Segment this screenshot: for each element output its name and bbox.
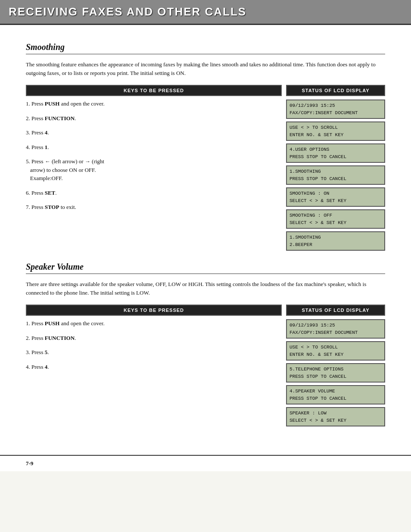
smoothing-lcd-5: SMOOTHING : ON SELECT < > & SET KEY — [286, 187, 385, 207]
smoothing-lcd-4: 1.SMOOTHING PRESS STOP TO CANCEL — [286, 165, 385, 185]
smoothing-lcd-3: 4.USER OPTIONS PRESS STOP TO CANCEL — [286, 143, 385, 163]
speaker-volume-section: Speaker Volume There are three settings … — [26, 262, 385, 429]
speaker-volume-display-header: STATUS OF LCD DISPLAY — [286, 305, 385, 316]
smoothing-lcd-1: 09/12/1993 15:25 FAX/COPY:INSERT DOCUMEN… — [286, 100, 385, 119]
speaker-volume-keys-col: KEYS TO BE PRESSED 1. Press PUSH and ope… — [26, 305, 282, 377]
smoothing-lcd-7: 1.SMOOTHING 2.BEEPER — [286, 231, 385, 251]
page-header: RECEIVING FAXES AND OTHER CALLS — [0, 0, 411, 25]
speaker-step-1: 1. Press PUSH and open the cover. — [26, 319, 282, 328]
page-number: 7-9 — [26, 460, 33, 467]
smoothing-lcd-2: USE < > TO SCROLL ENTER NO. & SET KEY — [286, 121, 385, 141]
smoothing-title: Smoothing — [26, 42, 385, 54]
speaker-lcd-3: 5.TELEPHONE OPTIONS PRESS STOP TO CANCEL — [286, 363, 385, 383]
speaker-lcd-1: 09/12/1993 15:25 FAX/COPY:INSERT DOCUMEN… — [286, 319, 385, 339]
smoothing-display-header: STATUS OF LCD DISPLAY — [286, 85, 385, 96]
smoothing-display-col: STATUS OF LCD DISPLAY 09/12/1993 15:25 F… — [286, 85, 385, 253]
smoothing-step-6: 6. Press SET. — [26, 189, 282, 197]
smoothing-step-1: 1. Press PUSH and open the cover. — [26, 100, 282, 108]
speaker-lcd-2: USE < > TO SCROLL ENTER NO. & SET KEY — [286, 341, 385, 361]
smoothing-step-5: 5. Press ← (left arrow) or → (right arro… — [26, 157, 282, 183]
smoothing-section: Smoothing The smoothing feature enhances… — [26, 42, 385, 253]
smoothing-step-4: 4. Press 1. — [26, 143, 282, 152]
smoothing-lcd-6: SMOOTHING : OFF SELECT < > & SET KEY — [286, 209, 385, 229]
speaker-lcd-4: 4.SPEAKER VOLUME PRESS STOP TO CANCEL — [286, 385, 385, 404]
smoothing-keys-col: KEYS TO BE PRESSED 1. Press PUSH and ope… — [26, 85, 282, 218]
speaker-volume-title: Speaker Volume — [26, 262, 385, 274]
speaker-step-4: 4. Press 4. — [26, 363, 282, 371]
smoothing-instruction-table: KEYS TO BE PRESSED 1. Press PUSH and ope… — [26, 85, 385, 253]
smoothing-keys-header: KEYS TO BE PRESSED — [26, 85, 282, 96]
smoothing-intro: The smoothing feature enhances the appea… — [26, 60, 385, 77]
page-content: Smoothing The smoothing feature enhances… — [0, 25, 411, 455]
speaker-volume-intro: There are three settings available for t… — [26, 280, 385, 297]
smoothing-step-3: 3. Press 4. — [26, 128, 282, 137]
speaker-volume-instruction-table: KEYS TO BE PRESSED 1. Press PUSH and ope… — [26, 305, 385, 429]
page-footer: 7-9 — [0, 455, 411, 471]
speaker-step-3: 3. Press 5. — [26, 348, 282, 357]
speaker-step-2: 2. Press FUNCTION. — [26, 334, 282, 342]
smoothing-step-7: 7. Press STOP to exit. — [26, 203, 282, 212]
speaker-volume-keys-header: KEYS TO BE PRESSED — [26, 305, 282, 316]
page-title: RECEIVING FAXES AND OTHER CALLS — [9, 5, 402, 19]
smoothing-step-2: 2. Press FUNCTION. — [26, 114, 282, 123]
speaker-lcd-5: SPEAKER : LOW SELECT < > & SET KEY — [286, 407, 385, 426]
speaker-volume-display-col: STATUS OF LCD DISPLAY 09/12/1993 15:25 F… — [286, 305, 385, 429]
